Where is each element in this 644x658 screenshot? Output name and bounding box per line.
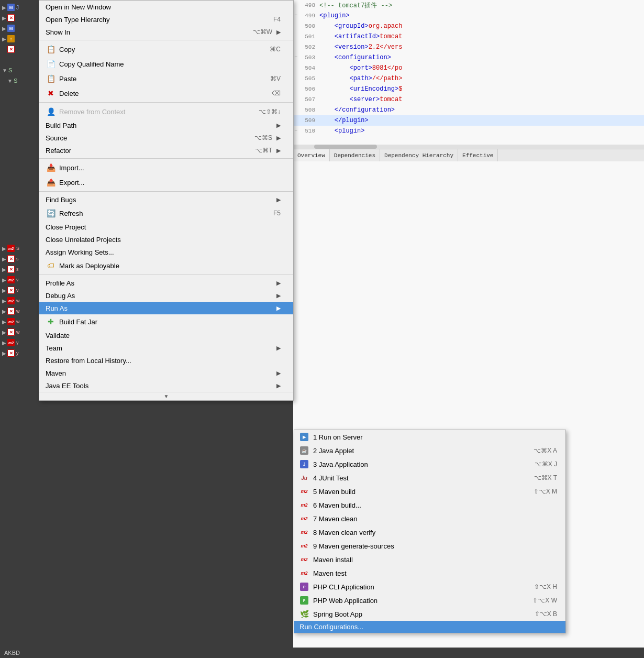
submenu-php-cli[interactable]: P PHP CLI Application ⇧⌥X H	[294, 580, 565, 594]
code-line-509: 509 </plugin>	[293, 115, 644, 126]
separator-3	[39, 158, 293, 159]
sidebar-lower-item[interactable]: ▶ m2 w	[0, 295, 39, 306]
menu-item-build-path[interactable]: Build Path ▶	[39, 119, 293, 131]
menu-item-show-in[interactable]: Show In ⌥⌘W ▶	[39, 26, 293, 38]
maven-clean-verify-icon: m2	[299, 528, 309, 537]
status-bar: AKBD	[0, 648, 644, 658]
maven-generate-icon: m2	[299, 541, 309, 551]
submenu-maven-install[interactable]: m2 Maven install	[294, 553, 565, 566]
sidebar-lower-item[interactable]: ▶ m2 w	[0, 316, 39, 327]
sidebar: ▶ M J ▶ ✕ ▶ M ▶ ! ✕ ▼ S ▼ S	[0, 0, 39, 658]
copy-icon: 📋	[46, 44, 56, 54]
submenu-php-web[interactable]: P PHP Web Application ⇧⌥X W	[294, 594, 565, 607]
submenu-maven-build2[interactable]: m2 6 Maven build...	[294, 498, 565, 512]
context-menu: Open in New Window Open Type Hierarchy F…	[39, 0, 294, 401]
menu-item-copy-qualified[interactable]: 📄 Copy Qualified Name	[39, 57, 293, 71]
menu-item-copy[interactable]: 📋 Copy ⌘C	[39, 42, 293, 57]
menu-item-profile-as[interactable]: Profile As ▶	[39, 277, 293, 289]
sidebar-item[interactable]: ▶ M J	[0, 2, 39, 13]
code-line-510: −510 <plugin>	[293, 126, 644, 136]
menu-item-delete[interactable]: ✖ Delete ⌫	[39, 86, 293, 101]
menu-item-paste[interactable]: 📋 Paste ⌘V	[39, 71, 293, 86]
run-as-submenu: ▶ 1 Run on Server ☕ 2 Java Applet ⌥⌘X A …	[294, 430, 566, 633]
java-applet-icon: ☕	[299, 446, 309, 455]
code-line-506: 506 <uriEncoding>$	[293, 84, 644, 94]
submenu-run-configurations[interactable]: Run Configurations...	[294, 621, 565, 633]
menu-item-run-as[interactable]: Run As ▶	[39, 302, 293, 314]
editor-tabs: Overview Dependencies Dependency Hierarc…	[293, 149, 644, 161]
submenu-java-applet[interactable]: ☕ 2 Java Applet ⌥⌘X A	[294, 444, 565, 457]
maven-build-icon: m2	[299, 487, 309, 496]
sidebar-lower-item[interactable]: ▶ ✕ w	[0, 327, 39, 337]
menu-item-assign-working[interactable]: Assign Working Sets...	[39, 246, 293, 258]
tab-dependencies[interactable]: Dependencies	[330, 149, 380, 161]
submenu-java-app[interactable]: J 3 Java Application ⌥⌘X J	[294, 457, 565, 471]
sidebar-lower-item[interactable]: ▶ ✕ v	[0, 285, 39, 295]
separator-4	[39, 191, 293, 192]
submenu-maven-clean-verify[interactable]: m2 8 Maven clean verify	[294, 525, 565, 539]
status-text: AKBD	[4, 650, 20, 656]
menu-item-import[interactable]: 📥 Import...	[39, 160, 293, 175]
menu-item-maven[interactable]: Maven ▶	[39, 367, 293, 379]
copy-qualified-icon: 📄	[46, 59, 56, 69]
php-cli-icon: P	[299, 582, 309, 591]
sidebar-lower-item[interactable]: ▶ m2 v	[0, 275, 39, 285]
maven-build2-icon: m2	[299, 500, 309, 510]
sidebar-item[interactable]: ▶ !	[0, 34, 39, 44]
menu-item-remove-context[interactable]: 👤 Remove from Context ⌥⇧⌘↓	[39, 104, 293, 119]
submenu-junit[interactable]: Ju 4 JUnit Test ⌥⌘X T	[294, 471, 565, 485]
code-line-503: −503 <configuration>	[293, 52, 644, 63]
sidebar-lower-item[interactable]: ▶ m2 S	[0, 243, 39, 254]
menu-item-export[interactable]: 📤 Export...	[39, 175, 293, 190]
code-line-498: 498 <!-- tomcat7插件 -->	[293, 0, 644, 10]
tab-dependency-hierarchy[interactable]: Dependency Hierarchy	[380, 149, 458, 161]
mark-deployable-icon: 🏷	[46, 260, 56, 271]
sidebar-lower-item[interactable]: ▶ ✕ y	[0, 348, 39, 358]
menu-item-refactor[interactable]: Refactor ⌥⌘T ▶	[39, 144, 293, 157]
menu-item-java-ee-tools[interactable]: Java EE Tools ▶	[39, 379, 293, 392]
tab-overview[interactable]: Overview	[293, 149, 330, 161]
menu-item-find-bugs[interactable]: Find Bugs ▶	[39, 193, 293, 206]
sidebar-item[interactable]: ▶ ✕	[0, 13, 39, 23]
submenu-maven-build[interactable]: m2 5 Maven build ⇧⌥X M	[294, 485, 565, 498]
maven-clean-icon: m2	[299, 514, 309, 523]
menu-item-open-type-hierarchy[interactable]: Open Type Hierarchy F4	[39, 13, 293, 26]
menu-item-team[interactable]: Team ▶	[39, 342, 293, 354]
submenu-maven-generate[interactable]: m2 9 Maven generate-sources	[294, 539, 565, 553]
menu-item-refresh[interactable]: 🔄 Refresh F5	[39, 206, 293, 221]
menu-item-mark-deployable[interactable]: 🏷 Mark as Deployable	[39, 258, 293, 273]
scroll-down-indicator: ▼	[39, 392, 293, 400]
menu-item-restore-history[interactable]: Restore from Local History...	[39, 354, 293, 367]
code-line-507: 507 <server>tomcat	[293, 94, 644, 105]
sidebar-item[interactable]: ▶ M	[0, 23, 39, 34]
menu-item-close-unrelated[interactable]: Close Unrelated Projects	[39, 233, 293, 246]
menu-item-close-project[interactable]: Close Project	[39, 221, 293, 233]
menu-item-source[interactable]: Source ⌥⌘S ▶	[39, 131, 293, 144]
menu-item-validate[interactable]: Validate	[39, 329, 293, 342]
sidebar-item-s2[interactable]: ▼ S	[0, 75, 39, 86]
submenu-maven-clean[interactable]: m2 7 Maven clean	[294, 512, 565, 525]
menu-item-build-fat-jar[interactable]: ✚ Build Fat Jar	[39, 314, 293, 329]
sidebar-lower-item[interactable]: ▶ ✕ w	[0, 306, 39, 316]
submenu-maven-test[interactable]: m2 Maven test	[294, 566, 565, 580]
h-scrollbar[interactable]	[293, 145, 644, 149]
tab-effective[interactable]: Effective	[458, 149, 498, 161]
sidebar-lower-item[interactable]: ▶ m2 y	[0, 337, 39, 348]
menu-item-debug-as[interactable]: Debug As ▶	[39, 289, 293, 302]
code-line-499: −499 <plugin>	[293, 10, 644, 21]
h-scrollbar-thumb[interactable]	[314, 145, 377, 149]
menu-item-open-new-window[interactable]: Open in New Window	[39, 1, 293, 13]
delete-icon: ✖	[46, 88, 56, 98]
sidebar-lower-item[interactable]: ▶ ✕ s	[0, 264, 39, 275]
sidebar-item[interactable]: ✕	[0, 44, 39, 54]
remove-icon: 👤	[46, 106, 56, 117]
submenu-spring-boot[interactable]: 🌿 Spring Boot App ⇧⌥X B	[294, 607, 565, 621]
run-server-icon: ▶	[299, 432, 309, 442]
code-line-508: 508 </configuration>	[293, 105, 644, 115]
sidebar-lower-item[interactable]: ▶ ✕ s	[0, 254, 39, 264]
maven-install-icon: m2	[299, 555, 309, 564]
code-line-504: 504 <port>8081</po	[293, 63, 644, 73]
refresh-icon: 🔄	[46, 208, 56, 218]
submenu-run-server[interactable]: ▶ 1 Run on Server	[294, 430, 565, 444]
sidebar-item-s[interactable]: ▼ S	[0, 65, 39, 75]
